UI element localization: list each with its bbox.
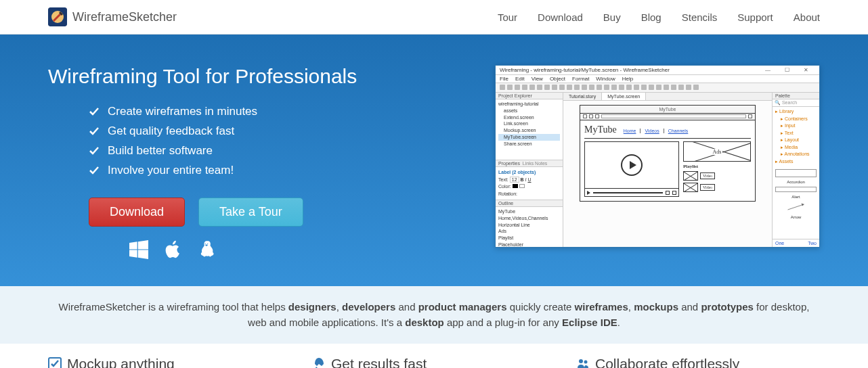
explorer-header: Project Explorer <box>496 93 563 99</box>
nav-stencils[interactable]: Stencils <box>682 12 718 23</box>
editor-tab: Tutorial.story <box>563 93 602 100</box>
nav-download[interactable]: Download <box>538 12 583 23</box>
minimize-icon: — <box>758 67 777 73</box>
linux-icon <box>197 240 216 259</box>
nav-tour[interactable]: Tour <box>498 12 517 23</box>
brand-link[interactable]: WireframeSketcher <box>48 7 177 26</box>
brand-logo-icon <box>48 7 67 26</box>
mockup-canvas: MyTube MyTube HomeVideosChannels <box>580 105 756 202</box>
check-square-icon <box>48 357 62 368</box>
feature-item: Get quality feedback fast <box>108 124 234 138</box>
app-toolbar <box>496 83 819 93</box>
nav-about[interactable]: About <box>794 12 820 23</box>
feature-item: Create wireframes in minutes <box>108 105 257 118</box>
windows-icon <box>129 240 148 259</box>
feature-list: Create wireframes in minutes Get quality… <box>89 105 357 177</box>
close-icon: ✕ <box>796 67 815 73</box>
hero-section: Wireframing Tool for Professionals Creat… <box>0 34 868 286</box>
app-menubar: FileEditViewObjectFormatWindowHelp <box>496 75 819 83</box>
os-icons <box>129 240 357 259</box>
project-tree: wireframing-tutorial assets Extend.scree… <box>496 99 563 160</box>
feature-heading: Collaborate effortlessly <box>576 356 820 368</box>
brand-text: WireframeSketcher <box>72 10 177 24</box>
editor-tab-active: MyTube.screen <box>602 93 646 100</box>
check-icon <box>89 145 100 156</box>
app-window-title: Wireframing - wireframing-tutorial/MyTub… <box>500 67 758 73</box>
feature-heading: Mockup anything <box>48 356 292 368</box>
svg-point-3 <box>579 359 583 363</box>
check-icon <box>89 106 100 117</box>
app-screenshot: Wireframing - wireframing-tutorial/MyTub… <box>495 65 820 248</box>
maximize-icon: ☐ <box>777 67 796 73</box>
tour-button[interactable]: Take a Tour <box>198 198 303 227</box>
nav-buy[interactable]: Buy <box>603 12 621 23</box>
check-icon <box>89 165 100 176</box>
main-nav: Tour Download Buy Blog Stencils Support … <box>498 12 820 23</box>
svg-rect-2 <box>49 358 61 368</box>
tagline-section: WireframeSketcher is a wireframing tool … <box>0 286 868 344</box>
nav-support[interactable]: Support <box>737 12 773 23</box>
rocket-icon <box>312 357 326 368</box>
feature-item: Build better software <box>108 144 213 158</box>
download-button[interactable]: Download <box>89 198 185 227</box>
nav-blog[interactable]: Blog <box>641 12 661 23</box>
apple-icon <box>163 240 182 259</box>
svg-point-4 <box>584 361 588 364</box>
features-section: Mockup anything Mockup your website, des… <box>38 344 830 368</box>
users-icon <box>576 357 590 368</box>
check-icon <box>89 126 100 137</box>
top-nav: WireframeSketcher Tour Download Buy Blog… <box>0 0 868 34</box>
hero-title: Wireframing Tool for Professionals <box>48 65 357 88</box>
feature-item: Involve your entire team! <box>108 164 234 177</box>
feature-heading: Get results fast <box>312 356 556 368</box>
